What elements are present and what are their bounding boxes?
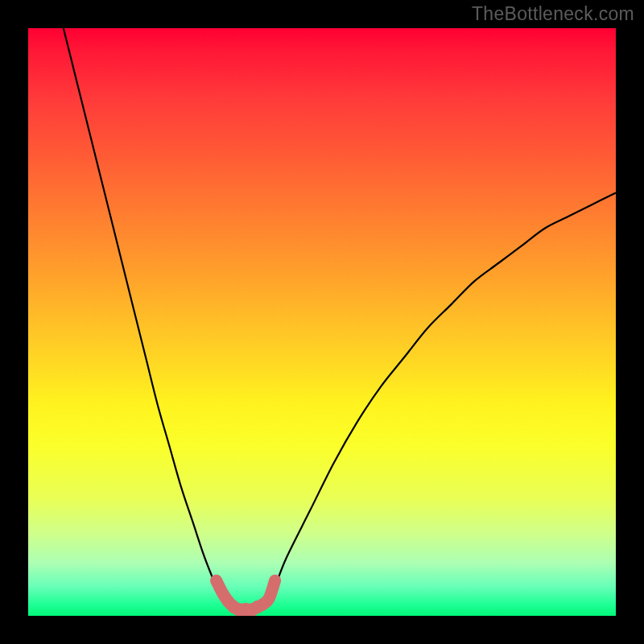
watermark-text: TheBottleneck.com	[472, 3, 634, 25]
chart-frame: TheBottleneck.com	[0, 0, 644, 644]
curve-right-branch	[269, 192, 616, 598]
minimum-dot	[211, 576, 221, 586]
plot-area	[28, 28, 616, 616]
bottleneck-curve-svg	[28, 28, 616, 616]
minimum-dot	[263, 592, 275, 604]
curve-left-branch	[64, 28, 222, 598]
minimum-dots-group	[211, 576, 280, 616]
minimum-dot	[270, 576, 280, 586]
